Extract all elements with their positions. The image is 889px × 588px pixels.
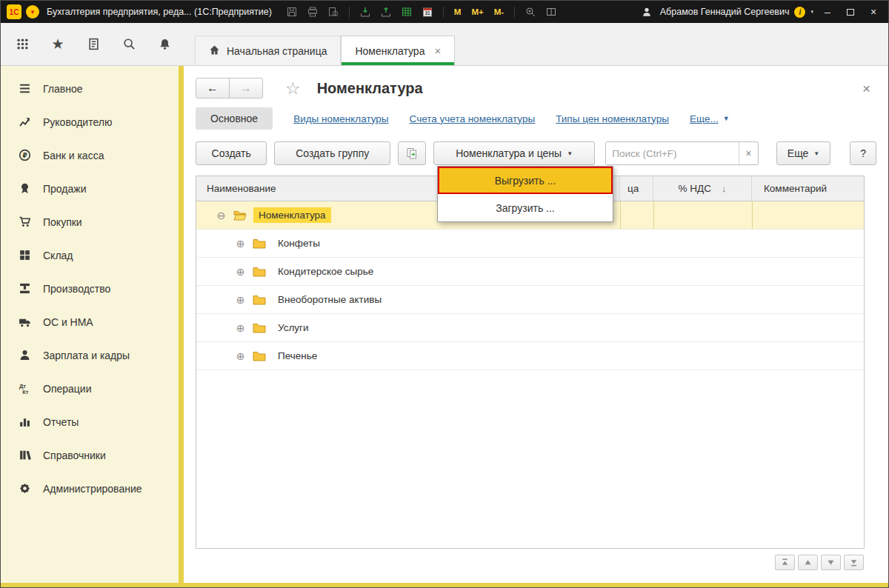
- sidebar-item-fixed-assets[interactable]: ОС и НМА: [1, 305, 179, 338]
- history-icon[interactable]: [87, 38, 100, 50]
- calendar-day: 31: [424, 10, 430, 16]
- search-input[interactable]: [606, 142, 738, 164]
- copy-item-button[interactable]: [398, 141, 426, 165]
- go-up-button[interactable]: [798, 555, 818, 570]
- tab-nomenclature[interactable]: Номенклатура ×: [341, 36, 455, 65]
- help-button[interactable]: ?: [850, 141, 876, 165]
- menu-item-export[interactable]: Выгрузить ...: [438, 167, 613, 194]
- close-window-button[interactable]: ×: [865, 4, 882, 20]
- favorites-star-icon[interactable]: ★: [51, 37, 64, 51]
- column-header-comment[interactable]: Комментарий: [752, 176, 864, 201]
- sidebar-item-label: Продажи: [43, 183, 86, 195]
- nomenclature-prices-menu-button[interactable]: Номенклатура и цены ▼: [433, 141, 595, 165]
- window-title: Бухгалтерия предприятия, реда... (1С:Пре…: [47, 7, 272, 17]
- unload-file-icon[interactable]: [378, 4, 394, 20]
- expand-icon[interactable]: ⊕: [235, 322, 246, 334]
- grid-boxes-icon: [17, 249, 32, 261]
- tab-close-icon[interactable]: ×: [434, 44, 441, 57]
- table-row[interactable]: ⊕ Конфеты: [196, 230, 864, 258]
- press-machine-icon: [17, 282, 32, 295]
- section-main-pill[interactable]: Основное: [196, 107, 273, 130]
- search-box: ×: [605, 141, 758, 165]
- cart-icon: [17, 216, 32, 228]
- sidebar-item-purchases[interactable]: Покупки: [1, 205, 179, 238]
- memory-minus-button[interactable]: M-: [491, 7, 507, 16]
- column-header-unit[interactable]: ца: [620, 176, 653, 201]
- row-label: Внеоборотные активы: [273, 292, 387, 307]
- print-icon[interactable]: [304, 4, 321, 20]
- content-area: Главное Руководителю ₽ Банк и касса Прод…: [1, 66, 888, 583]
- maximize-button[interactable]: [842, 4, 859, 20]
- info-caret-icon[interactable]: ▾: [810, 9, 813, 15]
- go-first-button[interactable]: [775, 555, 795, 570]
- sidebar-item-manager[interactable]: Руководителю: [1, 105, 179, 138]
- user-icon: [639, 4, 655, 20]
- split-view-icon[interactable]: [543, 4, 559, 20]
- info-icon[interactable]: i: [794, 7, 805, 18]
- memory-recall-button[interactable]: M: [451, 7, 465, 16]
- load-file-icon[interactable]: [357, 4, 373, 20]
- column-header-vat[interactable]: % НДС ↓: [653, 176, 752, 201]
- calendar-icon[interactable]: 31: [419, 4, 436, 20]
- sidebar-item-reports[interactable]: Отчеты: [1, 405, 179, 438]
- table-row[interactable]: ⊕ Внеоборотные активы: [196, 286, 864, 314]
- print-preview-icon[interactable]: [325, 4, 342, 20]
- sidebar-item-salary-hr[interactable]: Зарплата и кадры: [1, 338, 179, 372]
- table-row[interactable]: ⊕ Печенье: [196, 342, 864, 370]
- sidebar-item-warehouse[interactable]: Склад: [1, 238, 179, 272]
- menu-item-import[interactable]: Загрузить ...: [438, 194, 613, 221]
- expand-icon[interactable]: ⊕: [235, 294, 246, 306]
- sidebar-item-operations[interactable]: ДтКт Операции: [1, 372, 179, 405]
- gear-icon: [17, 482, 32, 495]
- minimize-button[interactable]: –: [819, 4, 836, 20]
- search-clear-button[interactable]: ×: [739, 142, 758, 164]
- row-label: Кондитерское сырье: [273, 264, 379, 279]
- go-last-button[interactable]: [844, 555, 864, 570]
- more-button[interactable]: Еще ▼: [776, 141, 830, 165]
- sidebar-item-label: Администрирование: [43, 483, 142, 495]
- titlebar-separator: [443, 7, 444, 18]
- favorite-star-icon[interactable]: ☆: [285, 78, 301, 98]
- expand-icon[interactable]: ⊕: [235, 350, 246, 362]
- link-price-types[interactable]: Типы цен номенклатуры: [556, 113, 669, 124]
- menu-icon: [17, 82, 32, 95]
- forward-button[interactable]: →: [229, 78, 263, 98]
- link-accounting-accounts[interactable]: Счета учета номенклатуры: [410, 113, 536, 124]
- nomenclature-panel: × ← → ☆ Номенклатура Основное Виды номен…: [184, 66, 888, 583]
- create-group-button[interactable]: Создать группу: [274, 141, 390, 165]
- main-menu-icon[interactable]: ▼: [26, 5, 39, 19]
- column-header-vat-label: % НДС: [679, 183, 711, 194]
- memory-plus-button[interactable]: M+: [468, 7, 486, 16]
- collapse-icon[interactable]: ⊖: [216, 210, 227, 221]
- expand-icon[interactable]: ⊕: [235, 238, 246, 250]
- link-more[interactable]: Еще... ▼: [690, 113, 730, 124]
- page-close-button[interactable]: ×: [862, 81, 870, 97]
- more-button-label: Еще: [788, 147, 809, 159]
- table-row[interactable]: ⊕ Услуги: [196, 314, 864, 342]
- sidebar-item-bank-cash[interactable]: ₽ Банк и касса: [1, 138, 179, 172]
- save-icon[interactable]: [284, 4, 300, 20]
- sidebar-item-main[interactable]: Главное: [1, 72, 179, 105]
- sidebar-item-administration[interactable]: Администрирование: [1, 472, 179, 505]
- history-nav: ← →: [196, 78, 263, 98]
- app-window: 1С ▼ Бухгалтерия предприятия, реда... (1…: [0, 0, 889, 588]
- notifications-bell-icon[interactable]: [158, 38, 171, 50]
- back-button[interactable]: ←: [196, 78, 230, 98]
- caret-down-icon: ▼: [567, 150, 573, 157]
- current-user-name[interactable]: Абрамов Геннадий Сергеевич: [660, 7, 790, 17]
- apps-grid-icon[interactable]: [16, 38, 29, 50]
- sidebar-item-production[interactable]: Производство: [1, 272, 179, 305]
- tab-home[interactable]: Начальная страница: [195, 36, 341, 65]
- sidebar-item-directories[interactable]: Справочники: [1, 438, 179, 472]
- sidebar-item-sales[interactable]: Продажи: [1, 172, 179, 205]
- expand-icon[interactable]: ⊕: [235, 266, 246, 278]
- go-down-button[interactable]: [821, 555, 841, 570]
- zoom-icon[interactable]: [522, 4, 539, 20]
- sidebar-item-label: Справочники: [43, 450, 106, 461]
- create-button[interactable]: Создать: [196, 141, 267, 165]
- spreadsheet-icon[interactable]: [399, 4, 415, 20]
- link-nomenclature-types[interactable]: Виды номенклатуры: [293, 113, 388, 124]
- table-row[interactable]: ⊕ Кондитерское сырье: [196, 258, 864, 286]
- row-label: Печенье: [273, 348, 322, 364]
- search-icon[interactable]: [122, 38, 136, 50]
